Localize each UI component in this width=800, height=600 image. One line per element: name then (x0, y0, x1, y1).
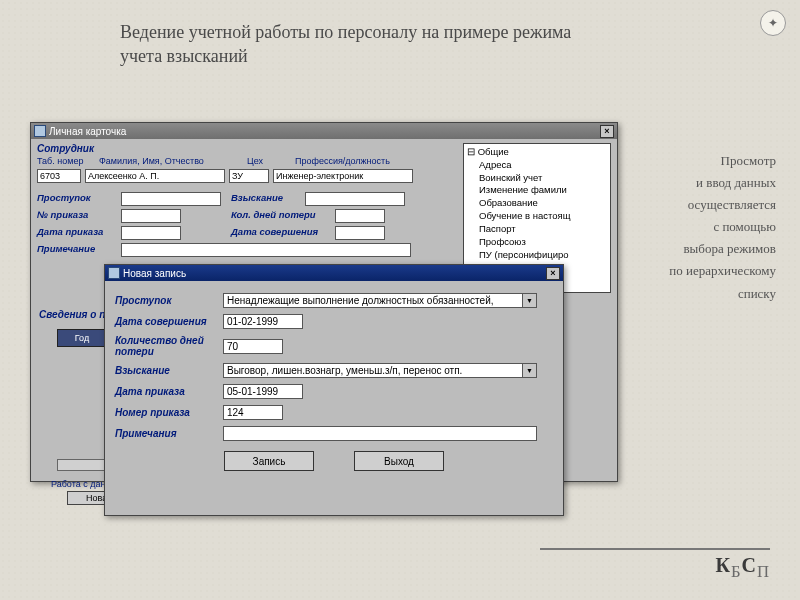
fio-input[interactable] (85, 169, 225, 183)
dataprikaza-input[interactable] (121, 226, 181, 240)
col-tseh: Цех (247, 156, 287, 166)
datasov-input[interactable] (335, 226, 385, 240)
noprik-input[interactable] (223, 405, 283, 420)
side-line: осуществляется (636, 194, 776, 216)
employee-label: Сотрудник (37, 143, 94, 154)
prim-label: Примечания (115, 428, 223, 439)
koldney-input[interactable] (335, 209, 385, 223)
tree-item[interactable]: Образование (467, 197, 607, 210)
app-icon (34, 125, 46, 137)
tseh-input[interactable] (229, 169, 269, 183)
side-line: Просмотр (636, 150, 776, 172)
side-line: с помощью (636, 216, 776, 238)
prim-input[interactable] (121, 243, 411, 257)
tree-item[interactable]: Адреса (467, 159, 607, 172)
col-tabno: Таб. номер (37, 156, 91, 166)
year-tab[interactable]: Год (57, 329, 107, 347)
datasov-input[interactable] (223, 314, 303, 329)
slide-title: Ведение учетной работы по персоналу на п… (120, 20, 590, 69)
prim-label: Примечание (37, 243, 117, 257)
chevron-down-icon[interactable]: ▼ (523, 293, 537, 308)
tabno-input[interactable] (37, 169, 81, 183)
close-icon[interactable]: × (546, 267, 560, 280)
koldney-label: Кол. дней потери (231, 209, 331, 223)
vzyskanie-label: Взыскание (231, 192, 301, 206)
vzyskanie-input[interactable] (305, 192, 405, 206)
dataprik-label: Дата приказа (115, 386, 223, 397)
tree-item[interactable]: Изменение фамили (467, 184, 607, 197)
prostupok-combo[interactable] (223, 293, 523, 308)
kol-input[interactable] (223, 339, 283, 354)
dialog-title: Новая запись (123, 268, 186, 279)
side-line: и ввод данных (636, 172, 776, 194)
side-description: Просмотр и ввод данных осуществляется с … (636, 150, 776, 305)
close-icon[interactable]: × (600, 125, 614, 138)
titlebar[interactable]: Личная карточка × (31, 123, 617, 139)
footer-logo: КБСП (715, 554, 770, 582)
tree-item[interactable]: Профсоюз (467, 236, 607, 249)
datasov-label: Дата совершения (115, 316, 223, 327)
tree-root: ⊟ Общие (467, 146, 607, 159)
kol-label: Количество дней потери (115, 335, 223, 357)
dataprik-input[interactable] (223, 384, 303, 399)
noprikaza-label: № приказа (37, 209, 117, 223)
prim-input[interactable] (223, 426, 537, 441)
prostupok-label: Проступок (115, 295, 223, 306)
prof-input[interactable] (273, 169, 413, 183)
prostupok-label: Проступок (37, 192, 117, 206)
save-button[interactable]: Запись (224, 451, 314, 471)
vzysk-combo[interactable] (223, 363, 523, 378)
vzysk-label: Взыскание (115, 365, 223, 376)
app-icon (108, 267, 120, 279)
prostupok-input[interactable] (121, 192, 221, 206)
new-record-dialog: Новая запись × Проступок ▼ Дата совершен… (104, 264, 564, 516)
noprik-label: Номер приказа (115, 407, 223, 418)
col-prof: Профессия/должность (295, 156, 390, 166)
chevron-down-icon[interactable]: ▼ (523, 363, 537, 378)
tree-item[interactable]: Воинский учет (467, 172, 607, 185)
tree-item[interactable]: Паспорт (467, 223, 607, 236)
col-fio: Фамилия, Имя, Отчество (99, 156, 239, 166)
dataprikaza-label: Дата приказа (37, 226, 117, 240)
noprikaza-input[interactable] (121, 209, 181, 223)
side-line: выбора режимов (636, 238, 776, 260)
tree-item[interactable]: Обучение в настоящ (467, 210, 607, 223)
datasov-label: Дата совершения (231, 226, 331, 240)
side-line: по иерархическому (636, 260, 776, 282)
tree-item[interactable]: ПУ (персонифициро (467, 249, 607, 262)
exit-button[interactable]: Выход (354, 451, 444, 471)
corner-logo-icon: ✦ (760, 10, 786, 36)
window-title: Личная карточка (49, 126, 126, 137)
titlebar[interactable]: Новая запись × (105, 265, 563, 281)
side-line: списку (636, 283, 776, 305)
